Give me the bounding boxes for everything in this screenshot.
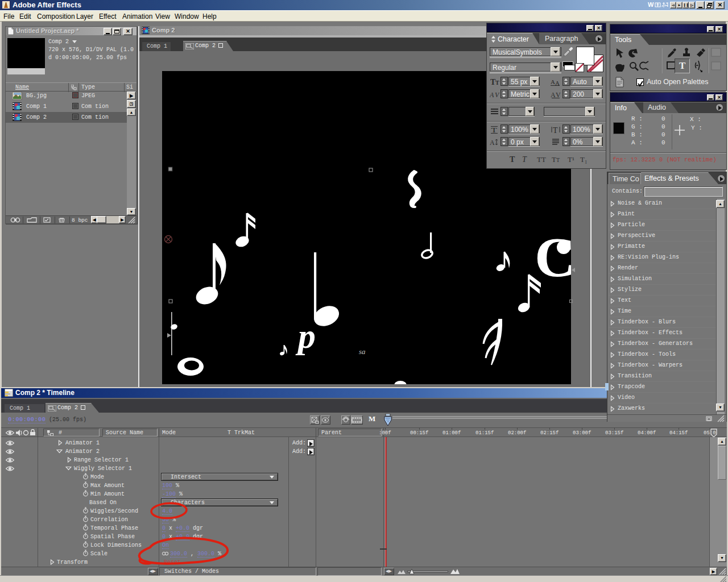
svg-text:V: V (556, 91, 561, 98)
svg-text:A: A (490, 91, 494, 98)
svg-text:sa: sa (359, 347, 366, 356)
svg-text:p: p (295, 317, 316, 355)
svg-text:A: A (551, 78, 555, 85)
svg-text:A: A (555, 80, 560, 86)
svg-text:T: T (491, 126, 497, 134)
svg-text:T: T (495, 80, 499, 86)
svg-text:A: A (551, 91, 556, 98)
svg-text:V: V (495, 91, 500, 98)
svg-text:A: A (490, 139, 495, 147)
svg-text:T: T (553, 126, 558, 134)
svg-text:C: C (535, 226, 571, 289)
